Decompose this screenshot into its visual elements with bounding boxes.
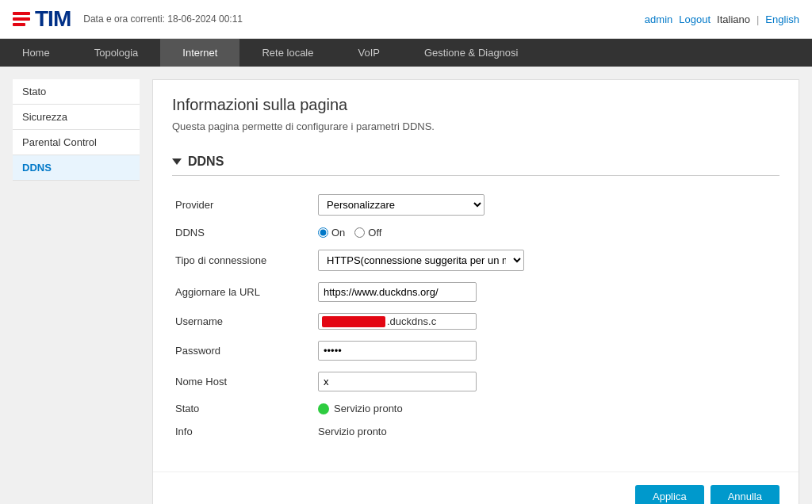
nav-item-voip[interactable]: VoIP (335, 39, 401, 67)
ddns-off-label[interactable]: Off (354, 227, 381, 239)
hostname-label: Nome Host (172, 366, 315, 397)
nav-item-gestione[interactable]: Gestione & Diagnosi (402, 39, 541, 67)
page-desc: Questa pagina permette di configurare i … (172, 120, 779, 132)
username-redacted-bar (322, 316, 385, 327)
info-label: Info (172, 420, 315, 443)
update-url-row: Aggiornare la URL (172, 277, 779, 307)
ddns-section-header: DDNS (172, 148, 779, 176)
content-inner: Informazioni sulla pagina Questa pagina … (153, 80, 799, 459)
content-panel: Informazioni sulla pagina Questa pagina … (152, 79, 799, 504)
header: TIM Data e ora correnti: 18-06-2024 00:1… (0, 0, 812, 39)
nav-item-internet[interactable]: Internet (160, 39, 239, 67)
info-row: Info Servizio pronto (172, 420, 779, 443)
ddns-radio-group: On Off (318, 227, 776, 239)
ddns-on-radio[interactable] (318, 227, 328, 238)
username-label: Username (172, 307, 315, 335)
logout-link[interactable]: Logout (679, 13, 710, 25)
admin-link[interactable]: admin (645, 13, 672, 25)
apply-button[interactable]: Applica (635, 485, 704, 504)
stato-text: Servizio pronto (334, 403, 403, 414)
ddns-label: DDNS (172, 221, 315, 244)
page-title: Informazioni sulla pagina (172, 96, 779, 114)
tim-brand: TIM (35, 6, 71, 32)
provider-row: Provider Personalizzare DuckDNS No-IP Dy… (172, 189, 779, 221)
ddns-form: Provider Personalizzare DuckDNS No-IP Dy… (172, 189, 779, 443)
password-input[interactable] (318, 341, 477, 361)
section-title: DDNS (188, 155, 224, 169)
stato-row: Stato Servizio pronto (172, 397, 779, 420)
lang-english[interactable]: English (765, 13, 799, 25)
username-suffix: .duckdns.c (387, 315, 436, 327)
nav-item-home[interactable]: Home (0, 39, 72, 67)
update-url-input[interactable] (318, 282, 477, 302)
lang-separator: | (756, 13, 759, 25)
sidebar-item-parental-control[interactable]: Parental Control (13, 130, 140, 155)
collapse-icon[interactable] (172, 158, 182, 165)
header-right: admin Logout Italiano | English (645, 13, 799, 25)
main-layout: Stato Sicurezza Parental Control DDNS In… (0, 67, 812, 504)
hostname-input[interactable] (318, 372, 477, 391)
tim-bars-icon (13, 12, 30, 26)
info-value: Servizio pronto (318, 426, 387, 437)
header-left: TIM Data e ora correnti: 18-06-2024 00:1… (13, 6, 243, 32)
stato-label: Stato (172, 397, 315, 420)
sidebar-item-stato[interactable]: Stato (13, 79, 140, 105)
stato-value: Servizio pronto (318, 403, 776, 414)
password-label: Password (172, 335, 315, 366)
sidebar-item-sicurezza[interactable]: Sicurezza (13, 105, 140, 130)
connection-type-row: Tipo di connessione HTTPS(connessione su… (172, 244, 779, 277)
username-row: Username .duckdns.c (172, 307, 779, 335)
update-url-label: Aggiornare la URL (172, 277, 315, 307)
nav-item-rete-locale[interactable]: Rete locale (239, 39, 335, 67)
lang-italiano[interactable]: Italiano (717, 13, 750, 25)
hostname-row: Nome Host (172, 366, 779, 397)
button-row: Applica Annulla (153, 472, 799, 504)
main-nav: Home Topologia Internet Rete locale VoIP… (0, 39, 812, 67)
status-green-dot (318, 403, 329, 414)
tim-logo: TIM (13, 6, 71, 32)
password-row: Password (172, 335, 779, 366)
provider-label: Provider (172, 189, 315, 221)
sidebar-item-ddns[interactable]: DDNS (13, 155, 140, 181)
cancel-button[interactable]: Annulla (710, 485, 779, 504)
ddns-toggle-row: DDNS On Off (172, 221, 779, 244)
header-datetime: Data e ora correnti: 18-06-2024 00:11 (83, 13, 243, 25)
connection-type-label: Tipo di connessione (172, 244, 315, 277)
connection-type-select[interactable]: HTTPS(connessione suggerita per un m (318, 250, 524, 271)
provider-select[interactable]: Personalizzare DuckDNS No-IP DynDNS (318, 194, 485, 216)
sidebar: Stato Sicurezza Parental Control DDNS (13, 79, 140, 504)
ddns-on-label[interactable]: On (318, 227, 345, 239)
ddns-off-radio[interactable] (354, 227, 365, 238)
nav-item-topologia[interactable]: Topologia (72, 39, 161, 67)
